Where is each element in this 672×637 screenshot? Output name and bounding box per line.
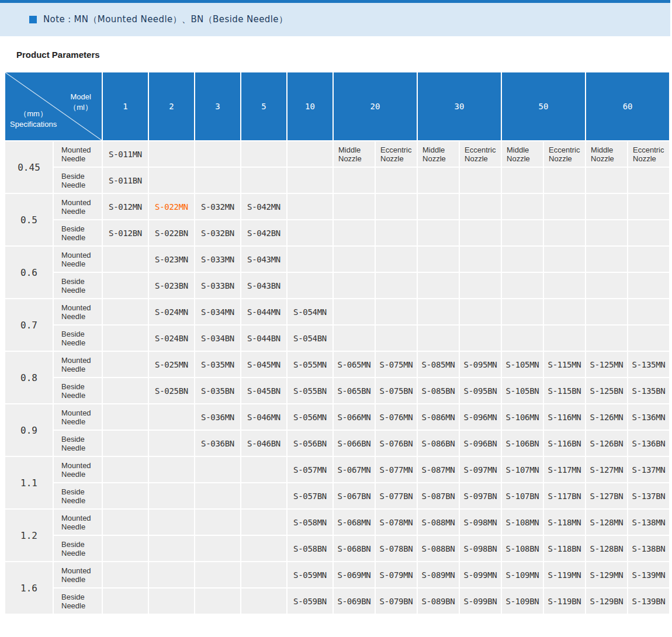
empty-cell [544, 220, 585, 245]
model-cell: S-036MN [195, 404, 240, 430]
empty-cell [241, 457, 286, 482]
empty-cell [241, 168, 286, 193]
model-cell: S-108MN [502, 510, 543, 535]
model-cell: S-059MN [287, 562, 332, 587]
empty-cell [149, 404, 194, 430]
model-cell: S-108BN [502, 536, 543, 561]
model-cell-highlighted[interactable]: S-022MN [149, 194, 194, 219]
empty-cell [586, 168, 627, 193]
empty-cell [195, 510, 240, 535]
empty-cell [418, 299, 459, 324]
model-cell: S-079BN [376, 588, 417, 614]
mounted-needle-label: Mounted Needle [54, 404, 102, 430]
model-cell: S-057MN [287, 457, 332, 482]
model-cell: S-077MN [376, 457, 417, 482]
empty-cell [376, 168, 417, 193]
empty-cell [418, 168, 459, 193]
empty-cell [103, 457, 148, 482]
model-cell: S-045BN [241, 378, 286, 403]
model-cell: S-125MN [586, 352, 627, 377]
empty-cell [460, 194, 501, 219]
empty-cell [149, 431, 194, 456]
empty-cell [287, 220, 332, 245]
empty-cell [334, 273, 375, 298]
table-row: Beside NeedleS-058BNS-068BNS-078BNS-088B… [5, 536, 669, 561]
beside-needle-label: Beside Needle [54, 168, 102, 193]
volume-header-5: 5 [241, 72, 286, 140]
empty-cell [103, 431, 148, 456]
model-cell: S-043BN [241, 273, 286, 298]
beside-needle-label: Beside Needle [54, 536, 102, 561]
empty-cell [460, 326, 501, 351]
note-text: Note：MN（Mounted Needle）、BN（Beside Needle… [43, 14, 287, 25]
model-cell: S-077BN [376, 483, 417, 508]
empty-cell [103, 588, 148, 614]
empty-cell [241, 562, 286, 587]
empty-cell [103, 352, 148, 377]
beside-needle-label: Beside Needle [54, 326, 102, 351]
mounted-needle-label: Mounted Needle [54, 299, 102, 324]
empty-cell [103, 562, 148, 587]
model-cell: S-095MN [460, 352, 501, 377]
empty-cell [418, 194, 459, 219]
empty-cell [149, 536, 194, 561]
empty-cell [460, 247, 501, 272]
note-banner: Note：MN（Mounted Needle）、BN（Beside Needle… [0, 3, 670, 36]
empty-cell [195, 483, 240, 508]
empty-cell [376, 326, 417, 351]
empty-cell [460, 299, 501, 324]
model-cell: S-128MN [586, 510, 627, 535]
empty-cell [287, 141, 332, 167]
model-cell: S-088MN [418, 510, 459, 535]
model-cell: S-127MN [586, 457, 627, 482]
table-row: 1.1Mounted NeedleS-057MNS-067MNS-077MNS-… [5, 457, 669, 482]
table-corner-header: Model （ml） （mm） Specifications [5, 72, 102, 140]
empty-cell [376, 194, 417, 219]
model-cell: S-035BN [195, 378, 240, 403]
model-cell: S-055MN [287, 352, 332, 377]
empty-cell [334, 220, 375, 245]
nozzle-type-header: Middle Nozzle [502, 141, 543, 167]
model-cell: S-066BN [334, 431, 375, 456]
model-cell: S-139MN [628, 562, 669, 587]
empty-cell [586, 326, 627, 351]
empty-cell [334, 326, 375, 351]
nozzle-type-header: Middle Nozzle [418, 141, 459, 167]
empty-cell [418, 247, 459, 272]
empty-cell [149, 588, 194, 614]
model-cell: S-096MN [460, 404, 501, 430]
model-cell: S-138BN [628, 536, 669, 561]
model-cell: S-011BN [103, 168, 148, 193]
table-row: 0.7Mounted NeedleS-024MNS-034MNS-044MNS-… [5, 299, 669, 324]
volume-header-10: 10 [287, 72, 332, 140]
model-cell: S-099BN [460, 588, 501, 614]
model-cell: S-137MN [628, 457, 669, 482]
empty-cell [586, 299, 627, 324]
empty-cell [103, 510, 148, 535]
model-cell: S-054BN [287, 326, 332, 351]
empty-cell [376, 220, 417, 245]
model-cell: S-117MN [544, 457, 585, 482]
model-cell: S-076BN [376, 431, 417, 456]
model-cell: S-095BN [460, 378, 501, 403]
model-cell: S-025BN [149, 378, 194, 403]
model-cell: S-056BN [287, 431, 332, 456]
spec-value: 0.8 [5, 352, 53, 403]
model-cell: S-116BN [544, 431, 585, 456]
empty-cell [195, 457, 240, 482]
empty-cell [502, 168, 543, 193]
empty-cell [287, 168, 332, 193]
model-cell: S-011MN [103, 141, 148, 167]
empty-cell [103, 326, 148, 351]
model-cell: S-097MN [460, 457, 501, 482]
empty-cell [502, 273, 543, 298]
nozzle-type-header: Eccentric Nozzle [460, 141, 501, 167]
volume-header-50: 50 [502, 72, 585, 140]
model-cell: S-024MN [149, 299, 194, 324]
model-cell: S-012MN [103, 194, 148, 219]
empty-cell [241, 536, 286, 561]
empty-cell [544, 194, 585, 219]
model-cell: S-046BN [241, 431, 286, 456]
spec-value: 0.45 [5, 141, 53, 193]
model-cell: S-034MN [195, 299, 240, 324]
